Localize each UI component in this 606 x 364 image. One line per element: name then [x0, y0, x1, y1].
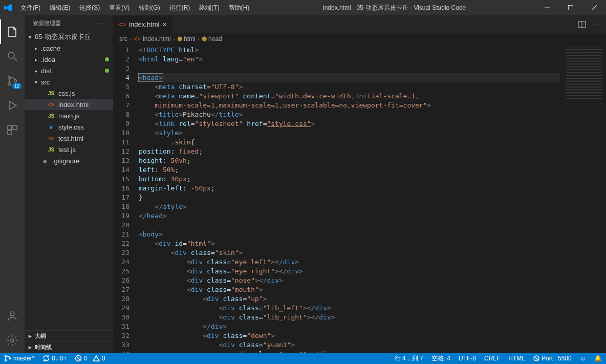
editor[interactable]: 1234567891011121314151617181920212223242…	[113, 45, 606, 353]
menu-item[interactable]: 查看(V)	[105, 2, 134, 14]
tree-item[interactable]: ▸.cache	[25, 42, 113, 54]
statusbar: master* 0↓ 0↑ 0 0 行 4，列 7 空格: 4 UTF-8 CR…	[0, 353, 606, 364]
breadcrumb-item[interactable]: ⬢ head	[202, 35, 222, 42]
svg-line-23	[535, 357, 538, 360]
minimap[interactable]	[560, 45, 606, 353]
cursor-position[interactable]: 行 4，列 7	[391, 353, 427, 364]
svg-rect-11	[13, 125, 17, 130]
source-control-icon[interactable]: 12	[0, 69, 25, 93]
sidebar-header: 资源管理器 ···	[25, 15, 113, 31]
tab-label: index.html	[129, 20, 159, 28]
sidebar-title: 资源管理器	[33, 19, 61, 27]
accounts-icon[interactable]	[0, 304, 25, 328]
menu-item[interactable]: 运行(R)	[165, 2, 194, 14]
tree-item[interactable]: JStest.js	[25, 144, 113, 155]
menu-item[interactable]: 转到(G)	[135, 2, 164, 14]
sidebar-section[interactable]: ▸ 时间线	[25, 341, 113, 353]
tree-item[interactable]: ▸dist	[25, 65, 113, 76]
menu-item[interactable]: 编辑(E)	[46, 2, 74, 14]
editor-group: <> index.html × ··· src›<>index.html›⬢ h…	[113, 15, 606, 353]
tree-item[interactable]: #style.css	[25, 121, 113, 133]
editor-tabs: <> index.html × ···	[113, 15, 606, 33]
svg-rect-1	[569, 6, 573, 10]
menu-item[interactable]: 选择(S)	[75, 2, 104, 14]
branch-item[interactable]: master*	[0, 353, 38, 364]
svg-point-7	[8, 83, 11, 85]
sidebar-section[interactable]: ▸ 大纲	[25, 330, 113, 341]
notifications-bell-icon[interactable]: 🔔	[590, 353, 606, 364]
feedback-icon[interactable]: ☺	[576, 353, 590, 364]
explorer-icon[interactable]	[0, 19, 25, 44]
language-mode[interactable]: HTML	[504, 353, 529, 364]
menubar: 文件(F)编辑(E)选择(S)查看(V)转到(G)运行(R)终端(T)帮助(H)	[16, 2, 253, 14]
sidebar: 资源管理器 ··· ▾05-动态展示皮卡丘▸.cache▸.idea▸dist▾…	[25, 15, 113, 353]
scm-badge: 12	[12, 83, 21, 89]
svg-point-8	[14, 80, 17, 82]
tree-item[interactable]: JSmain.js	[25, 110, 113, 121]
svg-point-14	[11, 339, 14, 342]
svg-point-4	[8, 52, 14, 58]
svg-rect-12	[8, 131, 12, 135]
extensions-icon[interactable]	[0, 118, 25, 142]
eol[interactable]: CRLF	[480, 353, 504, 364]
svg-line-5	[14, 58, 17, 61]
tab-close-icon[interactable]: ×	[162, 20, 166, 29]
tree-item[interactable]: ◆.gitignore	[25, 155, 113, 166]
svg-rect-10	[8, 125, 12, 130]
breadcrumb-item[interactable]: <>index.html	[134, 35, 171, 42]
vscode-logo-icon	[4, 4, 12, 12]
tree-item[interactable]: JScss.js	[25, 88, 113, 99]
window-controls	[535, 0, 606, 15]
menu-item[interactable]: 文件(F)	[16, 2, 45, 14]
svg-point-6	[8, 77, 11, 79]
close-button[interactable]	[582, 0, 606, 15]
tree-item[interactable]: ▾05-动态展示皮卡丘	[25, 31, 113, 42]
svg-point-13	[10, 312, 14, 316]
indentation[interactable]: 空格: 4	[427, 353, 454, 364]
maximize-button[interactable]	[559, 0, 582, 15]
breadcrumb-item[interactable]: src	[119, 35, 127, 42]
html-file-icon: <>	[118, 20, 126, 28]
svg-marker-9	[9, 101, 16, 110]
settings-gear-icon[interactable]	[0, 328, 25, 353]
activitybar: 12	[0, 15, 25, 353]
more-icon[interactable]: ···	[97, 20, 105, 27]
code-content[interactable]: <!DOCTYPE html><html lang="en"> <head> <…	[139, 45, 560, 353]
more-actions-icon[interactable]: ···	[592, 20, 601, 28]
tree-item[interactable]: ▾src	[25, 76, 113, 88]
window-title: index.html - 05-动态展示皮卡丘 - Visual Studio …	[253, 4, 535, 12]
split-editor-icon[interactable]	[578, 20, 586, 29]
tree-item[interactable]: <>test.html	[25, 133, 113, 144]
line-gutter: 1234567891011121314151617181920212223242…	[113, 45, 139, 353]
search-icon[interactable]	[0, 44, 25, 69]
sidebar-bottom: ▸ 大纲▸ 时间线	[25, 330, 113, 353]
live-server-port[interactable]: Port : 5500	[529, 353, 576, 364]
breadcrumbs[interactable]: src›<>index.html›⬢ html›⬢ head	[113, 33, 606, 45]
problems-item[interactable]: 0 0	[71, 353, 109, 364]
menu-item[interactable]: 帮助(H)	[225, 2, 254, 14]
run-debug-icon[interactable]	[0, 93, 25, 118]
minimize-button[interactable]	[535, 0, 559, 15]
file-tree: ▾05-动态展示皮卡丘▸.cache▸.idea▸dist▾srcJScss.j…	[25, 31, 113, 330]
tab-index-html[interactable]: <> index.html ×	[113, 15, 172, 33]
sync-item[interactable]: 0↓ 0↑	[38, 353, 71, 364]
svg-line-21	[77, 357, 80, 360]
svg-point-17	[5, 356, 7, 357]
encoding[interactable]: UTF-8	[454, 353, 480, 364]
tree-item[interactable]: <>index.html	[25, 99, 113, 110]
menu-item[interactable]: 终端(T)	[195, 2, 223, 14]
titlebar: 文件(F)编辑(E)选择(S)查看(V)转到(G)运行(R)终端(T)帮助(H)…	[0, 0, 606, 15]
tree-item[interactable]: ▸.idea	[25, 54, 113, 65]
svg-point-18	[5, 360, 7, 361]
breadcrumb-item[interactable]: ⬢ html	[177, 35, 196, 42]
